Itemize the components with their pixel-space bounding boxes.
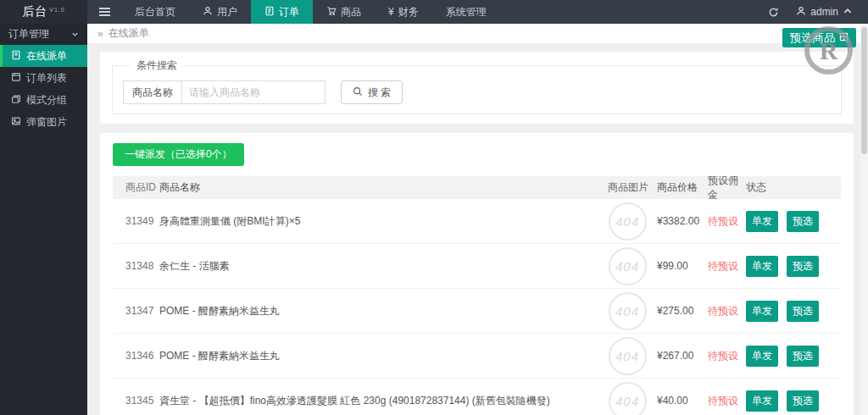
nav-item-label: 后台首页 bbox=[135, 5, 175, 19]
user-menu[interactable]: admin bbox=[789, 6, 860, 19]
commission-pending-label: 待预设 bbox=[708, 349, 746, 363]
sidebar-item-popup-image[interactable]: 弹窗图片 bbox=[0, 111, 87, 133]
menu-toggle-icon[interactable] bbox=[87, 0, 121, 24]
commission-pending-label: 待预设 bbox=[708, 394, 746, 408]
username: admin bbox=[810, 6, 838, 18]
single-dispatch-button[interactable]: 单发 bbox=[746, 211, 778, 232]
sidebar-item-order-list[interactable]: 订单列表 bbox=[0, 67, 87, 89]
product-price: ¥267.00 bbox=[657, 350, 708, 362]
header-product-image: 商品图片 bbox=[598, 180, 657, 195]
version-label: V1.0 bbox=[49, 7, 64, 13]
sidebar-item-mode-group[interactable]: 模式分组 bbox=[0, 89, 87, 111]
yuan-icon: ¥ bbox=[388, 6, 394, 18]
chevron-down-icon bbox=[71, 29, 79, 41]
image-icon bbox=[11, 116, 21, 129]
product-name: POME - 醱酵素納米益生丸 bbox=[159, 349, 598, 363]
chevron-up-icon bbox=[843, 6, 853, 19]
nav-item-label: 用户 bbox=[217, 5, 237, 19]
sidebar-group-label: 订单管理 bbox=[8, 27, 49, 42]
search-button[interactable]: 搜 索 bbox=[341, 80, 403, 104]
product-name: 余仁生 - 活腦素 bbox=[159, 259, 598, 274]
batch-dispatch-button[interactable]: 一键派发（已选择0个） bbox=[113, 143, 244, 166]
commission-pending-label: 待预设 bbox=[708, 304, 746, 318]
table-row: 31349 身高體重測量儀 (附BMI計算)×5 404 ¥3382.00 待预… bbox=[113, 199, 841, 244]
single-dispatch-button[interactable]: 单发 bbox=[746, 256, 778, 277]
nav-item-orders[interactable]: 订单 bbox=[251, 0, 313, 24]
layers-icon bbox=[11, 94, 21, 107]
main-nav: 后台首页 用户 订单 商品 ¥ 财务 系统管理 bbox=[121, 0, 500, 24]
preselect-button[interactable]: 预选 bbox=[787, 301, 819, 322]
nav-item-label: 商品 bbox=[341, 5, 361, 19]
goods-grid-icon bbox=[839, 31, 849, 44]
product-price: ¥99.00 bbox=[657, 260, 708, 272]
sidebar-item-online-dispatch[interactable]: 在线派单 bbox=[0, 45, 87, 67]
nav-item-label: 订单 bbox=[279, 5, 299, 19]
product-name-group: 商品名称 bbox=[123, 80, 326, 104]
product-id: 31346 bbox=[113, 350, 159, 362]
product-price: ¥275.00 bbox=[657, 305, 708, 317]
product-image-404-placeholder: 404 bbox=[609, 292, 647, 330]
breadcrumb: » 在线派单 bbox=[87, 24, 868, 44]
logo-text: 后台 bbox=[22, 4, 47, 19]
cart-icon bbox=[326, 6, 337, 19]
nav-item-finance[interactable]: ¥ 财务 bbox=[375, 0, 432, 24]
product-image-404-placeholder: 404 bbox=[609, 247, 647, 285]
products-table: 商品ID 商品名称 商品图片 商品价格 预设佣金 状态 31349 身高體重測量… bbox=[113, 176, 841, 415]
table-row: 31348 余仁生 - 活腦素 404 ¥99.00 待预设 单发 预选 bbox=[113, 244, 841, 289]
header-product-id: 商品ID bbox=[113, 180, 159, 195]
preselect-button[interactable]: 预选 bbox=[787, 346, 819, 367]
user-icon bbox=[203, 6, 213, 19]
search-button-label: 搜 索 bbox=[368, 86, 391, 100]
nav-item-label: 财务 bbox=[398, 5, 419, 19]
admin-app: 后台V1.0 后台首页 用户 订单 商品 ¥ 财务 bbox=[0, 0, 868, 415]
sidebar-group-order-management[interactable]: 订单管理 bbox=[0, 24, 87, 45]
vertical-scrollbar[interactable] bbox=[860, 24, 868, 415]
product-name-label: 商品名称 bbox=[123, 80, 181, 104]
product-id: 31347 bbox=[113, 305, 159, 317]
nav-item-system[interactable]: 系统管理 bbox=[432, 0, 500, 24]
preselect-button[interactable]: 预选 bbox=[787, 390, 819, 412]
table-row: 31346 POME - 醱酵素納米益生丸 404 ¥267.00 待预设 单发… bbox=[113, 334, 841, 379]
product-name-input[interactable] bbox=[181, 80, 326, 104]
breadcrumb-separator: » bbox=[97, 28, 103, 40]
preselect-button[interactable]: 预选 bbox=[787, 256, 819, 277]
sidebar-item-label: 在线派单 bbox=[26, 49, 67, 64]
refresh-icon[interactable] bbox=[760, 0, 786, 24]
product-name: 身高體重測量儀 (附BMI計算)×5 bbox=[159, 214, 598, 229]
product-price: ¥40.00 bbox=[657, 395, 708, 407]
product-image-404-placeholder: 404 bbox=[609, 202, 647, 241]
nav-item-home[interactable]: 后台首页 bbox=[121, 0, 189, 24]
nav-item-label: 系统管理 bbox=[446, 5, 487, 19]
product-name: 資生堂 - 【超抵價】fino高效滲透護髮膜 紅色 230g (49018728… bbox=[159, 394, 598, 408]
search-panel: 条件搜索 商品名称 搜 索 bbox=[100, 52, 854, 124]
nav-item-users[interactable]: 用户 bbox=[189, 0, 251, 24]
scrollbar-thumb[interactable] bbox=[861, 27, 867, 154]
search-icon bbox=[353, 86, 363, 99]
user-icon bbox=[796, 6, 806, 19]
single-dispatch-button[interactable]: 单发 bbox=[746, 390, 778, 412]
single-dispatch-button[interactable]: 单发 bbox=[746, 301, 778, 322]
breadcrumb-current: 在线派单 bbox=[108, 26, 149, 41]
header-product-name: 商品名称 bbox=[159, 180, 598, 195]
product-id: 31345 bbox=[113, 395, 159, 407]
product-image-404-placeholder: 404 bbox=[609, 382, 647, 415]
product-price: ¥3382.00 bbox=[657, 215, 708, 227]
search-fieldset: 条件搜索 商品名称 搜 索 bbox=[112, 58, 842, 114]
page-content: 条件搜索 商品名称 搜 索 bbox=[87, 44, 868, 415]
navbar-right: admin bbox=[760, 0, 868, 24]
single-dispatch-button[interactable]: 单发 bbox=[746, 346, 778, 367]
header-preset-commission: 预设佣金 bbox=[708, 174, 746, 202]
sidebar-item-label: 订单列表 bbox=[26, 71, 67, 86]
nav-item-goods[interactable]: 商品 bbox=[313, 0, 375, 24]
product-image-404-placeholder: 404 bbox=[609, 337, 647, 375]
main-area: » 在线派单 预选商品 R 条件搜索 商品名称 bbox=[87, 24, 868, 415]
top-navbar: 后台V1.0 后台首页 用户 订单 商品 ¥ 财务 bbox=[0, 0, 868, 24]
table-row: 31345 資生堂 - 【超抵價】fino高效滲透護髮膜 紅色 230g (49… bbox=[113, 379, 841, 415]
product-id: 31349 bbox=[113, 215, 159, 227]
list-icon bbox=[11, 72, 21, 85]
search-legend: 条件搜索 bbox=[130, 58, 184, 73]
preselect-goods-button[interactable]: 预选商品 bbox=[782, 28, 856, 47]
product-id: 31348 bbox=[113, 260, 159, 272]
order-icon bbox=[264, 6, 275, 19]
preselect-button[interactable]: 预选 bbox=[787, 211, 819, 232]
